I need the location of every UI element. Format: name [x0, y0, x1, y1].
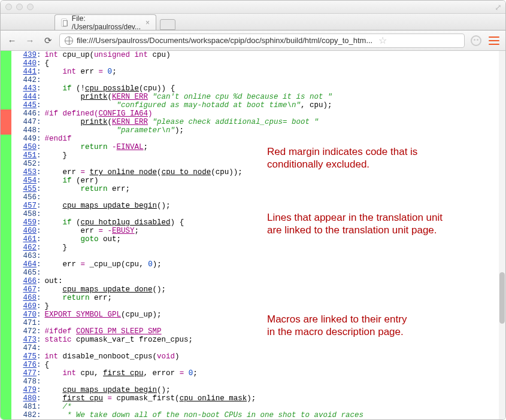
- margin-included: [1, 59, 11, 68]
- line-number[interactable]: 477: [11, 369, 37, 378]
- new-tab-button[interactable]: [160, 19, 175, 30]
- symbol-link[interactable]: try_online_node: [90, 168, 157, 176]
- macro-link[interactable]: KERN_ERR: [112, 118, 148, 126]
- macro-link[interactable]: EINVAL: [117, 143, 144, 151]
- line-number[interactable]: 469: [11, 302, 37, 311]
- line-number: 452: [11, 160, 37, 168]
- browser-tab[interactable]: File: /Users/paulross/dev... ×: [54, 14, 156, 30]
- code-text: #if defined(CONFIG_IA64): [45, 109, 153, 118]
- code-line: 461:goto out;: [1, 235, 499, 244]
- line-number[interactable]: 476: [11, 361, 37, 369]
- vertical-scrollbar[interactable]: [499, 51, 505, 419]
- line-number[interactable]: 461: [11, 235, 37, 244]
- symbol-link[interactable]: first_cpu: [63, 394, 104, 403]
- code-line: 457:cpu_maps_update_begin();: [1, 202, 499, 210]
- line-number: 442: [11, 76, 37, 84]
- line-number[interactable]: 464: [11, 260, 37, 269]
- code-text: cpu_maps_update_begin();: [45, 202, 171, 210]
- globe-icon: [65, 36, 73, 45]
- forward-button[interactable]: →: [23, 34, 37, 47]
- macro-link[interactable]: EXPORT_SYMBOL_GPL: [45, 311, 122, 319]
- line-number[interactable]: 453: [11, 168, 37, 176]
- line-number[interactable]: 473: [11, 336, 37, 344]
- line-number[interactable]: 445: [11, 101, 37, 109]
- code-line: 456:: [1, 193, 499, 202]
- line-number[interactable]: 457: [11, 202, 37, 210]
- code-text: "parameter\n");: [45, 126, 184, 135]
- margin-included: [1, 319, 11, 327]
- expand-icon[interactable]: ⤢: [495, 2, 502, 12]
- menu-button[interactable]: [487, 34, 501, 47]
- line-number[interactable]: 459: [11, 218, 37, 227]
- line-number[interactable]: 466: [11, 277, 37, 285]
- code-line: 482: * We take down all of the non-boot …: [1, 411, 499, 419]
- line-number[interactable]: 462: [11, 244, 37, 252]
- code-line: 473:static cpumask_var_t frozen_cpus;: [1, 336, 499, 344]
- macro-link[interactable]: KERN_ERR: [112, 93, 148, 101]
- symbol-link[interactable]: printk: [81, 118, 108, 126]
- line-number: 449: [11, 135, 37, 143]
- line-number[interactable]: 479: [11, 386, 37, 394]
- macro-link[interactable]: EBUSY: [112, 227, 135, 235]
- line-number[interactable]: 441: [11, 68, 37, 76]
- code-line: 480:first_cpu = cpumask_first(cpu_online…: [1, 394, 499, 403]
- line-number[interactable]: 455: [11, 185, 37, 193]
- code-line: 449:#endif: [1, 135, 499, 143]
- code-text: return err;: [45, 185, 131, 193]
- traffic-light-zoom[interactable]: [27, 4, 34, 10]
- symbol-link[interactable]: cpu_maps_update_begin: [63, 202, 157, 210]
- line-number[interactable]: 467: [11, 285, 37, 294]
- margin-included: [1, 176, 11, 185]
- margin-included: [1, 51, 11, 59]
- code-text: }: [45, 302, 50, 311]
- bookmark-star-icon[interactable]: ☆: [378, 35, 387, 46]
- window-titlebar: ⤢: [1, 1, 505, 14]
- symbol-link[interactable]: cpu_maps_update_begin: [63, 386, 157, 394]
- line-number[interactable]: 450: [11, 143, 37, 151]
- line-number[interactable]: 468: [11, 294, 37, 302]
- symbol-link[interactable]: first_cpu: [103, 369, 144, 378]
- annotation-1: Red margin indicates code that isconditi…: [267, 145, 417, 171]
- traffic-light-close[interactable]: [5, 4, 12, 10]
- line-number[interactable]: 454: [11, 176, 37, 185]
- symbol-link[interactable]: cpu_online_mask: [180, 394, 247, 403]
- back-button[interactable]: ←: [5, 34, 19, 47]
- margin-included: [1, 260, 11, 269]
- symbol-link[interactable]: cpu_possible: [85, 84, 139, 93]
- margin-included: [1, 151, 11, 160]
- margin-included: [1, 294, 11, 302]
- symbol-link[interactable]: cpu_maps_update_done: [63, 285, 153, 294]
- url-bar[interactable]: file:///Users/paulross/Documents/workspa…: [59, 34, 465, 48]
- line-number[interactable]: 439: [11, 51, 37, 59]
- symbol-link[interactable]: printk: [81, 93, 108, 101]
- profile-icon[interactable]: [469, 34, 483, 47]
- code-line: 447:printk(KERN_ERR "please check additi…: [1, 118, 499, 126]
- line-number[interactable]: 451: [11, 151, 37, 160]
- code-line: 462:}: [1, 244, 499, 252]
- margin-excluded: [1, 118, 11, 126]
- reload-button[interactable]: ⟳: [41, 34, 54, 47]
- code-text: if (!cpu_possible(cpu)) {: [45, 84, 175, 93]
- code-line: 442:: [1, 76, 499, 84]
- line-number[interactable]: 480: [11, 394, 37, 403]
- macro-link[interactable]: CONFIG_IA64: [99, 109, 149, 118]
- line-number: 465: [11, 269, 37, 277]
- macro-link[interactable]: CONFIG_PM_SLEEP_SMP: [76, 327, 162, 336]
- line-number[interactable]: 443: [11, 84, 37, 93]
- close-icon[interactable]: ×: [146, 19, 150, 27]
- line-number: 472: [11, 327, 37, 336]
- scrollbar-thumb[interactable]: [499, 272, 505, 324]
- line-number[interactable]: 460: [11, 227, 37, 235]
- symbol-link[interactable]: cpu_hotplug_disabled: [81, 218, 171, 227]
- symbol-link[interactable]: cpu_to_node: [162, 168, 211, 176]
- code-line: 477:int cpu, first_cpu, error = 0;: [1, 369, 499, 378]
- line-number[interactable]: 440: [11, 59, 37, 68]
- traffic-light-minimize[interactable]: [16, 4, 23, 10]
- code-text: err = -EBUSY;: [45, 227, 140, 235]
- tab-title: File: /Users/paulross/dev...: [72, 14, 141, 31]
- line-number[interactable]: 444: [11, 93, 37, 101]
- line-number[interactable]: 470: [11, 311, 37, 319]
- line-number[interactable]: 475: [11, 352, 37, 361]
- code-line: 470:EXPORT_SYMBOL_GPL(cpu_up);: [1, 311, 499, 319]
- code-line: 476:{: [1, 361, 499, 369]
